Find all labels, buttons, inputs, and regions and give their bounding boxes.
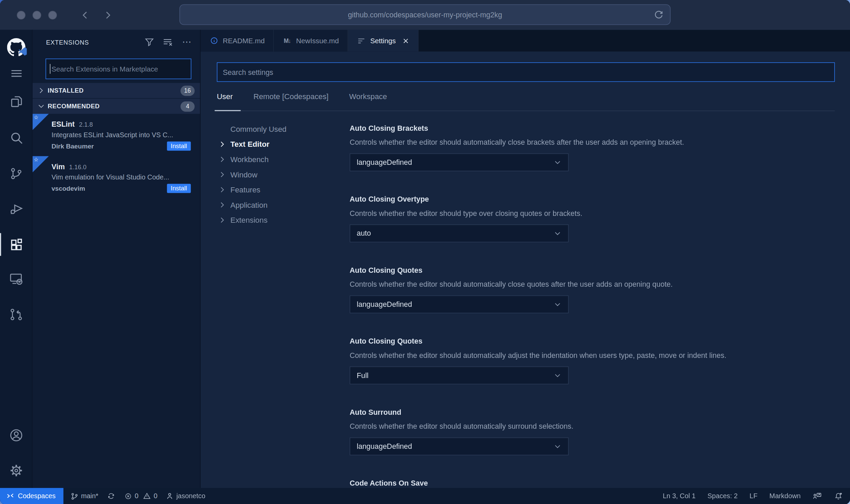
activity-bar: [0, 30, 33, 488]
toc-item-features[interactable]: Features: [218, 182, 333, 198]
menu-button[interactable]: [0, 61, 33, 85]
toc-item-extensions[interactable]: Extensions: [218, 212, 333, 228]
tab-label: README.md: [223, 36, 265, 45]
settings-gear-button[interactable]: [0, 458, 33, 483]
sidebar-item-extensions[interactable]: [0, 232, 33, 257]
close-tab-icon[interactable]: [402, 37, 409, 44]
gear-icon: [9, 463, 24, 478]
browser-window: github.com/codespaces/user-my-project-mg…: [0, 0, 850, 504]
chevron-right-icon: [218, 155, 226, 163]
extension-version: 2.1.8: [79, 122, 93, 128]
extensions-search-input[interactable]: [46, 59, 191, 79]
extension-list-item-vim[interactable]: ☆ Vim 1.16.0 Vim emulation for Visual St…: [33, 156, 200, 198]
sidebar-item-search[interactable]: [0, 125, 33, 150]
setting-description: Controls whether the editor should type …: [350, 209, 829, 219]
scope-tab-remote[interactable]: Remote [Codespaces]: [253, 82, 329, 110]
problems-indicator[interactable]: 0 0: [124, 492, 157, 500]
forward-button[interactable]: [101, 9, 114, 21]
setting-select-auto-closing-overtype[interactable]: auto: [350, 224, 569, 242]
cursor-position[interactable]: Ln 3, Col 1: [663, 492, 695, 500]
settings-search-input[interactable]: [217, 62, 835, 82]
sidebar-item-explorer[interactable]: [0, 89, 33, 114]
setting-select-auto-indent[interactable]: Full: [350, 366, 569, 384]
feedback-button[interactable]: [813, 491, 822, 501]
setting-select-auto-closing-quotes[interactable]: languageDefined: [350, 296, 569, 314]
chevron-down-icon: [553, 158, 562, 167]
refresh-icon[interactable]: [653, 9, 665, 22]
back-button[interactable]: [79, 9, 92, 21]
clear-extensions-search-button[interactable]: [163, 36, 174, 47]
sync-button[interactable]: [107, 492, 115, 500]
filter-icon: [144, 37, 154, 47]
extension-name: Vim: [51, 163, 65, 171]
pull-request-icon: [9, 308, 23, 321]
traffic-lights: [17, 11, 57, 19]
toc-item-workbench[interactable]: Workbench: [218, 152, 333, 167]
extension-publisher: Dirk Baeumer: [51, 142, 167, 150]
tab-label: Settings: [370, 36, 396, 45]
install-button[interactable]: Install: [167, 184, 191, 193]
chevron-down-icon: [553, 300, 562, 309]
tab-settings[interactable]: Settings: [348, 30, 419, 52]
tab-readme[interactable]: README.md: [201, 30, 274, 52]
chevron-right-icon: [37, 86, 45, 95]
account-button[interactable]: [0, 423, 33, 448]
sidebar-item-remote-explorer[interactable]: [0, 266, 33, 291]
toc-item-window[interactable]: Window: [218, 167, 333, 182]
remote-label: Codespaces: [18, 492, 56, 500]
github-user-indicator[interactable]: jasonetco: [166, 492, 205, 500]
settings-scope-tabs: User Remote [Codespaces] Workspace: [217, 82, 835, 111]
scope-tab-workspace[interactable]: Workspace: [349, 82, 387, 110]
setting-auto-indent: Auto Closing Quotes Controls whether the…: [350, 337, 829, 384]
bell-icon: [834, 491, 843, 501]
section-installed[interactable]: INSTALLED 16: [33, 83, 200, 98]
setting-description: Controls whether the editor should autom…: [350, 138, 829, 148]
remote-indicator[interactable]: Codespaces: [0, 488, 63, 504]
sidebar-item-run-debug[interactable]: [0, 196, 33, 221]
markdown-icon: M↓: [283, 36, 292, 45]
toc-item-text-editor[interactable]: Text Editor: [218, 137, 333, 152]
settings-search: [217, 62, 835, 82]
setting-title: Auto Closing Brackets: [350, 124, 829, 134]
sidebar-item-source-control[interactable]: [0, 161, 33, 186]
editor-area: README.md M↓ NewIssue.md Settings: [201, 30, 850, 488]
toc-item-commonly-used[interactable]: Commonly Used: [218, 122, 333, 137]
extensions-icon: [9, 237, 23, 252]
setting-description: Controls whether the editor should autom…: [350, 351, 829, 361]
more-actions-button[interactable]: ⋯: [182, 36, 192, 47]
minimize-window-button[interactable]: [33, 11, 41, 19]
feedback-icon: [813, 491, 822, 501]
indentation-indicator[interactable]: Spaces: 2: [708, 492, 738, 500]
language-mode[interactable]: Markdown: [769, 492, 801, 500]
eol-indicator[interactable]: LF: [750, 492, 757, 500]
setting-auto-surround: Auto Surround Controls whether the edito…: [350, 408, 829, 455]
extension-description: Integrates ESLint JavaScript into VS C..…: [51, 131, 191, 139]
search-icon: [9, 130, 23, 145]
scope-tab-user[interactable]: User: [217, 82, 233, 110]
close-window-button[interactable]: [17, 11, 25, 19]
extensions-search: [46, 59, 191, 79]
tab-newissue[interactable]: M↓ NewIssue.md: [274, 30, 348, 52]
sidebar-item-pull-requests[interactable]: [0, 302, 33, 327]
setting-title: Auto Surround: [350, 408, 829, 418]
hamburger-icon: [10, 66, 23, 80]
zoom-window-button[interactable]: [48, 11, 57, 19]
text-caret: [50, 64, 50, 74]
toc-item-application[interactable]: Application: [218, 197, 333, 212]
tab-bar: README.md M↓ NewIssue.md Settings: [201, 30, 850, 52]
info-icon: [209, 36, 218, 45]
setting-description: Controls whether the editor should autom…: [350, 422, 829, 432]
extension-list-item-eslint[interactable]: ☆ ESLint 2.1.8 Integrates ESLint JavaScr…: [33, 114, 200, 156]
notifications-button[interactable]: [834, 491, 843, 501]
chevron-down-icon: [37, 102, 45, 110]
section-recommended[interactable]: RECOMMENDED 4: [33, 99, 200, 114]
setting-select-auto-closing-brackets[interactable]: languageDefined: [350, 153, 569, 171]
install-button[interactable]: Install: [167, 141, 191, 151]
warning-icon: [143, 492, 151, 500]
source-control-icon: [9, 167, 23, 180]
setting-select-auto-surround[interactable]: languageDefined: [350, 438, 569, 456]
branch-indicator[interactable]: main*: [70, 492, 98, 500]
address-bar[interactable]: github.com/codespaces/user-my-project-mg…: [179, 4, 671, 25]
filter-extensions-button[interactable]: [144, 36, 155, 47]
branch-icon: [70, 492, 78, 500]
